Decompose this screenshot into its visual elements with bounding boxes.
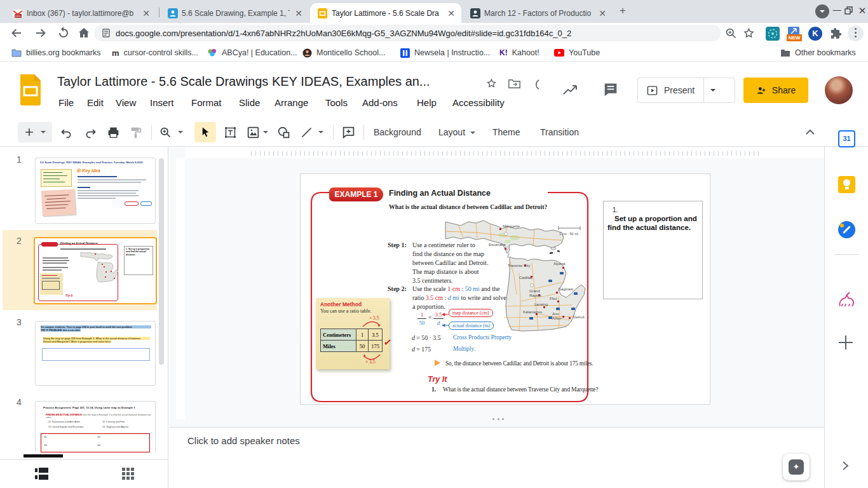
new-slide-icon[interactable]	[23, 126, 36, 139]
slide-thumbnail-3[interactable]: On campus students: Turn to page 218 in …	[35, 321, 156, 386]
zoom-dropdown-icon[interactable]	[178, 131, 183, 133]
bookmark-youtube[interactable]: YouTube	[554, 46, 600, 59]
maximize-button[interactable]	[844, 6, 853, 15]
bookmark-abcya[interactable]: ABCya! | Education...	[207, 46, 297, 59]
get-add-ons-icon[interactable]	[839, 336, 853, 349]
michigan-map-image: Marquette Escanaba Traverse City Cadilla…	[414, 212, 588, 349]
bookmark-monticello[interactable]: Monticello School...	[302, 46, 385, 59]
star-icon[interactable]	[485, 78, 498, 90]
text-box-icon[interactable]	[224, 126, 237, 139]
zoom-tool-icon[interactable]	[159, 126, 172, 139]
transition-button[interactable]: Transition	[540, 127, 579, 137]
collapse-toolbar-icon[interactable]	[804, 128, 816, 137]
speaker-notes-placeholder[interactable]: Click to add speaker notes	[187, 435, 300, 446]
background-button[interactable]: Background	[374, 127, 421, 137]
tab-close-icon[interactable]: ✕	[597, 8, 607, 18]
expand-panel-icon[interactable]	[841, 461, 849, 471]
url-field[interactable]: docs.google.com/presentation/d/1-4xn67ab…	[94, 25, 721, 41]
print-icon[interactable]	[107, 126, 120, 139]
present-button[interactable]: Present	[637, 78, 735, 103]
menu-help[interactable]: Help	[417, 97, 437, 108]
extension-globe-icon[interactable]	[766, 27, 780, 41]
bookmark-kahoot[interactable]: K! Kahoot!	[499, 46, 539, 59]
extensions-puzzle-icon[interactable]	[829, 27, 843, 41]
share-button[interactable]: Share	[743, 78, 808, 103]
document-title[interactable]: Taylor Lattimore - 5.6 Scale Drawings KE…	[57, 74, 430, 89]
new-slide-dropdown-icon[interactable]	[41, 131, 46, 133]
slide-thumbnail-1[interactable]: 5.6 Scale Drawings, KEY IDEAS, Examples …	[35, 158, 156, 224]
slide-editor[interactable]: EXAMPLE 1 Finding an Actual Distance Wha…	[300, 173, 710, 405]
bookmark-star-icon[interactable]	[742, 27, 756, 40]
filmstrip-scrollbar[interactable]	[159, 158, 164, 365]
curve-arrow-top	[362, 320, 382, 328]
calendar-icon[interactable]: 31	[838, 130, 855, 147]
menu-accessibility[interactable]: Accessibility	[452, 97, 505, 108]
other-bookmarks[interactable]: Other bookmarks	[780, 46, 856, 59]
filmstrip-view-icon[interactable]	[35, 468, 48, 480]
zoom-icon[interactable]	[724, 27, 738, 40]
menu-arrange[interactable]: Arrange	[275, 97, 308, 108]
menu-slide[interactable]: Slide	[239, 97, 260, 108]
google-slides-logo[interactable]	[19, 74, 42, 106]
new-tab-button[interactable]: +	[620, 4, 626, 17]
tab-scale-drawing[interactable]: 5.6 Scale Drawing, Example 1, T ✕	[160, 3, 309, 23]
menu-format[interactable]: Format	[191, 97, 222, 108]
insert-comment-icon[interactable]	[342, 126, 355, 139]
activity-trend-icon[interactable]	[562, 83, 580, 98]
home-icon[interactable]	[76, 25, 92, 41]
keep-icon[interactable]	[838, 176, 855, 193]
dark-person-icon	[470, 8, 480, 18]
layout-button[interactable]: Layout	[438, 127, 465, 137]
move-folder-icon[interactable]	[508, 79, 520, 89]
mini-sidebox: 1. Set up a proportion and find the actu…	[124, 246, 153, 275]
user-avatar[interactable]	[825, 76, 853, 104]
menu-edit[interactable]: Edit	[87, 97, 104, 108]
tab-close-icon[interactable]: ✕	[294, 8, 304, 18]
extension-k-icon[interactable]: K	[808, 27, 822, 41]
tab-close-icon[interactable]: ✕	[141, 8, 151, 18]
tab-close-icon[interactable]: ✕	[446, 8, 456, 18]
line-dropdown-icon[interactable]	[318, 131, 323, 133]
theme-button[interactable]: Theme	[492, 127, 520, 137]
shape-icon[interactable]	[277, 126, 290, 139]
tab-active-slides[interactable]: Taylor Lattimore - 5.6 Scale Dra ✕	[310, 3, 461, 23]
tasks-icon[interactable]	[838, 221, 855, 238]
bookmark-billies[interactable]: billies.org bookmarks	[11, 46, 100, 59]
present-dropdown-icon[interactable]	[710, 89, 715, 92]
bookmark-cursor-control[interactable]: m cursor-control skills...	[112, 46, 198, 59]
bookmark-newsela[interactable]: Newsela | Instructio...	[400, 46, 490, 59]
tab-search-icon[interactable]	[815, 4, 829, 18]
notes-text-box[interactable]: 1. Set up a proportion and find the actu…	[603, 201, 703, 299]
extension-new-icon[interactable]: NEW	[787, 27, 801, 41]
explore-button[interactable]: ✦	[783, 454, 810, 480]
grid-view-icon[interactable]	[122, 468, 135, 480]
reload-icon[interactable]	[56, 25, 71, 41]
chrome-menu-icon[interactable]	[855, 28, 857, 30]
layout-dropdown-icon[interactable]	[470, 132, 475, 134]
notes-drag-handle[interactable]	[492, 418, 504, 421]
close-button[interactable]: ✕	[856, 5, 868, 17]
insert-image-icon[interactable]	[247, 126, 260, 139]
slide-thumbnail-2-selected[interactable]: Finding an Actual Distance Try It 1. Set…	[34, 237, 157, 304]
menu-file[interactable]: File	[58, 97, 74, 108]
side-panel: 31	[824, 147, 868, 488]
line-tool-icon[interactable]	[300, 126, 313, 139]
image-dropdown-icon[interactable]	[263, 131, 268, 133]
menu-view[interactable]: View	[116, 97, 136, 108]
unicorn-extension-icon[interactable]	[836, 291, 857, 310]
speaker-notes-panel[interactable]: Click to add speaker notes	[169, 427, 824, 488]
forward-icon[interactable]	[33, 25, 48, 41]
back-icon[interactable]	[9, 25, 24, 41]
paint-format-icon[interactable]	[129, 126, 142, 139]
menu-insert[interactable]: Insert	[150, 97, 174, 108]
tab-march-12[interactable]: March 12 - Factors of Productio ✕	[463, 3, 613, 23]
minimize-button[interactable]: —	[831, 5, 843, 15]
menu-tools[interactable]: Tools	[325, 97, 348, 108]
comment-history-icon[interactable]	[602, 81, 620, 99]
menu-add-ons[interactable]: Add-ons	[362, 97, 398, 108]
redo-icon[interactable]	[84, 126, 97, 139]
undo-icon[interactable]	[60, 126, 73, 139]
slide-thumbnail-4[interactable]: Practice Assignment: Page 221, 11-14, Us…	[35, 401, 156, 452]
select-cursor-icon[interactable]	[200, 126, 212, 138]
tab-gmail[interactable]: 100+ Inbox (367) - taylor.lattimore@b ✕	[5, 3, 156, 23]
